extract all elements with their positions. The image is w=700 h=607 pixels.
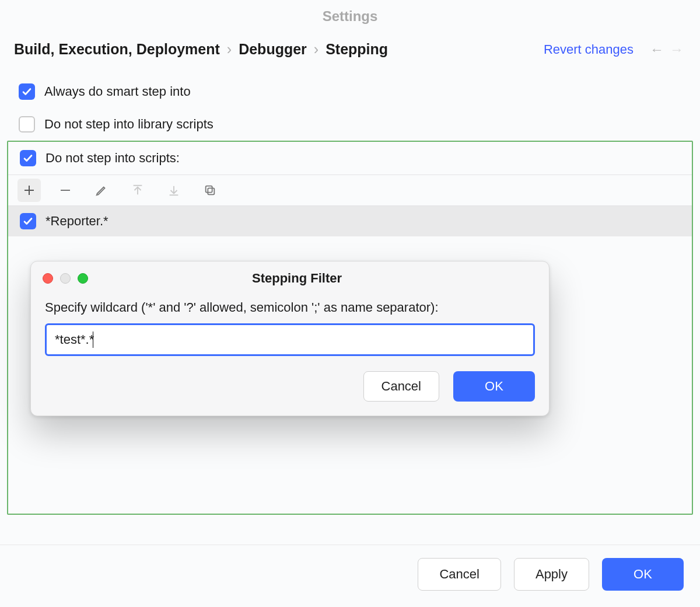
smart-step-label: Always do smart step into bbox=[44, 84, 191, 99]
settings-footer: Cancel Apply OK bbox=[0, 545, 700, 607]
chevron-right-icon: › bbox=[314, 41, 318, 58]
window-title: Settings bbox=[0, 0, 700, 32]
svg-rect-7 bbox=[208, 188, 214, 194]
move-up-icon bbox=[126, 179, 149, 202]
edit-icon[interactable] bbox=[90, 179, 113, 202]
list-item-label: *Reporter.* bbox=[46, 214, 108, 229]
dialog-cancel-button[interactable]: Cancel bbox=[363, 371, 439, 402]
cancel-button[interactable]: Cancel bbox=[418, 558, 501, 591]
scripts-toolbar bbox=[8, 175, 692, 205]
revert-changes-link[interactable]: Revert changes bbox=[544, 42, 634, 57]
forward-arrow-icon: → bbox=[670, 41, 684, 58]
minimize-icon bbox=[60, 273, 71, 284]
smart-step-checkbox[interactable] bbox=[19, 83, 35, 100]
window-controls bbox=[43, 273, 88, 284]
scripts-checkbox[interactable] bbox=[20, 150, 36, 166]
scripts-list: *Reporter.* Stepping Filter Specify wild… bbox=[8, 205, 692, 510]
copy-icon[interactable] bbox=[198, 179, 222, 202]
apply-button[interactable]: Apply bbox=[514, 558, 589, 591]
scripts-label: Do not step into scripts: bbox=[46, 151, 180, 166]
move-down-icon bbox=[162, 179, 186, 202]
back-arrow-icon[interactable]: ← bbox=[650, 41, 664, 58]
list-item[interactable]: *Reporter.* bbox=[8, 206, 692, 236]
add-icon[interactable] bbox=[18, 179, 41, 202]
remove-icon[interactable] bbox=[54, 179, 77, 202]
ok-button[interactable]: OK bbox=[602, 558, 684, 591]
breadcrumb-item[interactable]: Build, Execution, Deployment bbox=[14, 41, 220, 58]
dialog-ok-button[interactable]: OK bbox=[453, 371, 535, 402]
close-icon[interactable] bbox=[43, 273, 53, 284]
breadcrumb-item: Stepping bbox=[326, 41, 388, 58]
stepping-filter-dialog: Stepping Filter Specify wildcard ('*' an… bbox=[30, 261, 550, 416]
dialog-prompt: Specify wildcard ('*' and '?' allowed, s… bbox=[45, 300, 535, 315]
svg-rect-8 bbox=[206, 186, 212, 193]
list-item-checkbox[interactable] bbox=[20, 213, 36, 229]
breadcrumb: Build, Execution, Deployment › Debugger … bbox=[14, 41, 544, 58]
wildcard-input[interactable]: *test*.* bbox=[45, 323, 535, 356]
library-scripts-checkbox[interactable] bbox=[19, 116, 35, 132]
breadcrumb-item[interactable]: Debugger bbox=[239, 41, 307, 58]
wildcard-value: *test*.* bbox=[55, 332, 94, 347]
stepping-scripts-section: Do not step into scripts: *Reporter.* bbox=[7, 141, 693, 515]
fullscreen-icon[interactable] bbox=[78, 273, 88, 284]
chevron-right-icon: › bbox=[227, 41, 232, 58]
dialog-title: Stepping Filter bbox=[88, 271, 537, 286]
library-scripts-label: Do not step into library scripts bbox=[44, 117, 214, 132]
